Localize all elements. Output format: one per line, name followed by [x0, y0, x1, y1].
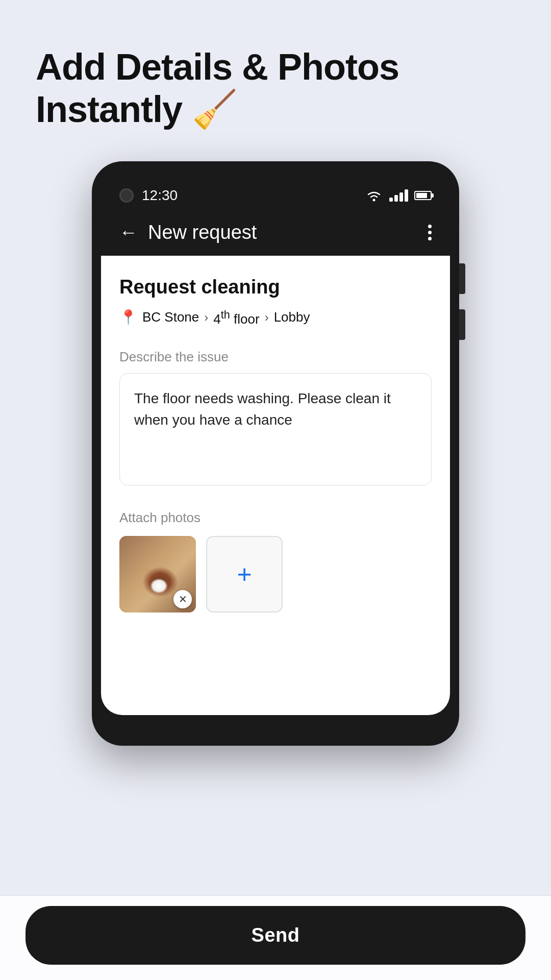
- stain-highlight: [150, 578, 168, 594]
- page-title: Add Details & Photos Instantly 🧹: [36, 46, 515, 131]
- send-bar: Send: [0, 895, 551, 980]
- more-dot: [428, 231, 432, 234]
- phone-frame: 12:30: [92, 161, 459, 746]
- battery-fill: [416, 193, 427, 198]
- form-title: Request cleaning: [119, 276, 432, 298]
- location-pin-icon: 📍: [119, 309, 137, 326]
- close-icon: ✕: [179, 594, 187, 604]
- back-button[interactable]: ←: [119, 222, 138, 243]
- chevron-icon-1: ›: [204, 310, 208, 325]
- send-button[interactable]: Send: [26, 906, 525, 965]
- more-dot: [428, 225, 432, 228]
- add-photo-button[interactable]: +: [206, 536, 283, 612]
- content-card: Request cleaning 📍 BC Stone › 4th floor …: [101, 256, 450, 715]
- phone-side-button-2: [459, 309, 465, 340]
- plus-icon: +: [237, 561, 252, 587]
- status-icons: [365, 188, 432, 203]
- status-time: 12:30: [142, 187, 178, 204]
- describe-text: The floor needs washing. Please clean it…: [134, 388, 417, 431]
- more-options-button[interactable]: [428, 222, 432, 242]
- location-room: Lobby: [274, 309, 310, 325]
- remove-photo-button[interactable]: ✕: [173, 590, 192, 608]
- page-background: Add Details & Photos Instantly 🧹 12:30: [0, 0, 551, 980]
- phone-side-button-1: [459, 263, 465, 294]
- phone-content: Request cleaning 📍 BC Stone › 4th floor …: [101, 256, 450, 715]
- location-floor: 4th floor: [213, 308, 259, 327]
- signal-icon: [389, 189, 408, 202]
- more-dot: [428, 237, 432, 240]
- location-path: BC Stone › 4th floor › Lobby: [142, 308, 310, 327]
- app-bar-title: New request: [148, 222, 257, 243]
- photo-row: ✕ +: [119, 536, 432, 612]
- describe-textarea[interactable]: The floor needs washing. Please clean it…: [119, 373, 432, 485]
- attach-photos-label: Attach photos: [119, 510, 432, 526]
- app-bar: ← New request: [101, 211, 450, 256]
- status-bar: 12:30: [101, 170, 450, 211]
- svg-point-0: [373, 199, 375, 201]
- camera-dot: [119, 188, 134, 203]
- location-building: BC Stone: [142, 309, 199, 325]
- location-breadcrumb: 📍 BC Stone › 4th floor › Lobby: [119, 308, 432, 327]
- header-section: Add Details & Photos Instantly 🧹: [0, 0, 551, 161]
- battery-icon: [414, 191, 432, 200]
- app-bar-left: ← New request: [119, 222, 257, 243]
- broom-emoji: 🧹: [192, 89, 237, 130]
- photo-thumbnail: ✕: [119, 536, 196, 612]
- chevron-icon-2: ›: [265, 310, 269, 325]
- describe-label: Describe the issue: [119, 349, 432, 365]
- wifi-icon: [365, 188, 383, 203]
- status-bar-left: 12:30: [119, 187, 178, 204]
